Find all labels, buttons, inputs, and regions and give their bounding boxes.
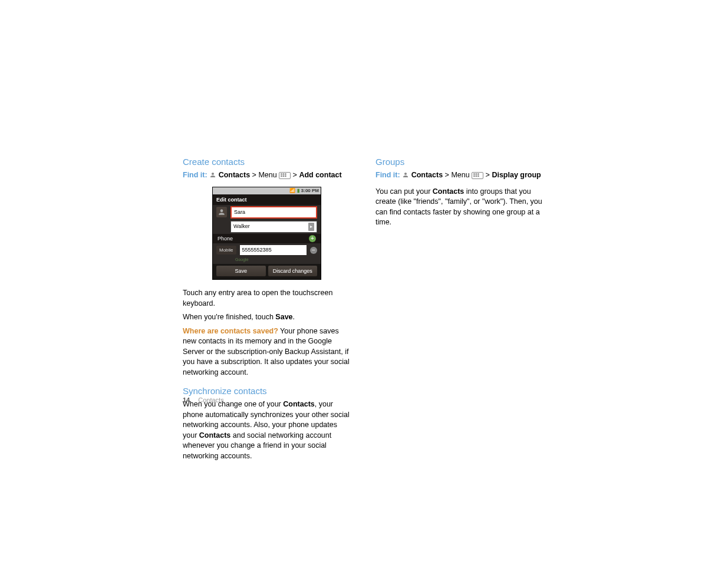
- contacts-icon: [209, 171, 216, 178]
- text-span: You can put your: [375, 187, 433, 196]
- page-number: 14: [183, 396, 190, 404]
- battery-icon: ▮: [297, 187, 299, 194]
- paragraph-where-saved: Where are contacts saved? Your phone sav…: [183, 326, 351, 378]
- contacts-icon: [402, 171, 409, 178]
- remove-phone-icon[interactable]: −: [310, 247, 317, 254]
- paragraph-touch: Touch any entry area to open the touchsc…: [183, 288, 351, 309]
- text-span: .: [293, 313, 295, 321]
- first-name-field[interactable]: Sara: [230, 206, 317, 219]
- find-it-action: Display group: [492, 171, 541, 179]
- separator: >: [486, 171, 492, 179]
- find-it-contacts: Contacts: [219, 171, 250, 179]
- menu-icon: [472, 172, 483, 179]
- account-sublabel: Google: [213, 257, 321, 264]
- save-button[interactable]: Save: [216, 266, 266, 277]
- where-saved-question: Where are contacts saved?: [183, 327, 278, 335]
- find-it-label: Find it:: [183, 171, 207, 179]
- avatar-icon: [216, 207, 227, 217]
- footer-section: Contacts: [198, 396, 223, 404]
- heading-groups: Groups: [375, 156, 543, 168]
- status-time: 3:00 PM: [301, 187, 319, 194]
- phone-number-field[interactable]: 5555552385: [240, 245, 307, 255]
- find-it-menu: Menu: [451, 171, 472, 179]
- last-name-value: Walker: [233, 223, 250, 230]
- left-column: Create contacts Find it: Contacts > Menu…: [183, 156, 351, 465]
- discard-button[interactable]: Discard changes: [268, 266, 318, 277]
- phone-entry-row: Mobile 5555552385 −: [213, 243, 321, 257]
- first-name-row: Sara: [213, 205, 321, 220]
- text-span: When you're finished, touch: [183, 313, 275, 321]
- last-name-row: Walker ▸: [213, 220, 321, 234]
- status-bar: 📶 ▮ 3:00 PM: [213, 187, 321, 194]
- find-it-create: Find it: Contacts > Menu > Add contact: [183, 170, 351, 181]
- find-it-label: Find it:: [375, 171, 400, 179]
- contacts-bold: Contacts: [433, 187, 464, 196]
- paragraph-groups: You can put your Contacts into groups th…: [375, 187, 543, 228]
- paragraph-sync: When you change one of your Contacts, yo…: [183, 399, 351, 461]
- phone-section-label: Phone: [218, 235, 233, 243]
- heading-create-contacts: Create contacts: [183, 156, 351, 168]
- find-it-contacts: Contacts: [411, 171, 443, 179]
- edit-contact-header: Edit contact: [213, 194, 321, 206]
- phone-section-header: Phone +: [213, 234, 321, 244]
- save-bold: Save: [275, 313, 292, 321]
- separator: >: [445, 171, 452, 179]
- mobile-label[interactable]: Mobile: [216, 246, 236, 254]
- paragraph-finished: When you're finished, touch Save.: [183, 312, 351, 323]
- menu-icon: [279, 172, 291, 179]
- separator: >: [293, 171, 299, 179]
- contacts-bold: Contacts: [199, 431, 230, 439]
- signal-icon: 📶: [289, 187, 295, 194]
- contacts-bold: Contacts: [283, 400, 314, 408]
- right-column: Groups Find it: Contacts > Menu > Displa…: [375, 156, 543, 465]
- find-it-action: Add contact: [299, 171, 341, 179]
- separator: >: [252, 171, 259, 179]
- find-it-menu: Menu: [258, 171, 279, 179]
- last-name-field[interactable]: Walker ▸: [230, 221, 317, 233]
- find-it-groups: Find it: Contacts > Menu > Display group: [375, 170, 543, 181]
- button-row: Save Discard changes: [213, 264, 321, 280]
- expand-icon[interactable]: ▸: [308, 223, 314, 231]
- phone-screenshot: 📶 ▮ 3:00 PM Edit contact Sara Walker ▸: [212, 187, 321, 280]
- page-footer: 14Contacts: [183, 396, 224, 405]
- add-phone-icon[interactable]: +: [309, 235, 316, 242]
